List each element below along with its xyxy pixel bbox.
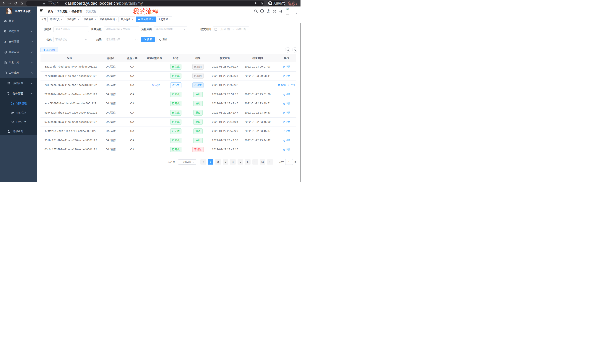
svg-text:?: ?: [268, 10, 269, 12]
svg-text:¥: ¥: [4, 40, 6, 43]
